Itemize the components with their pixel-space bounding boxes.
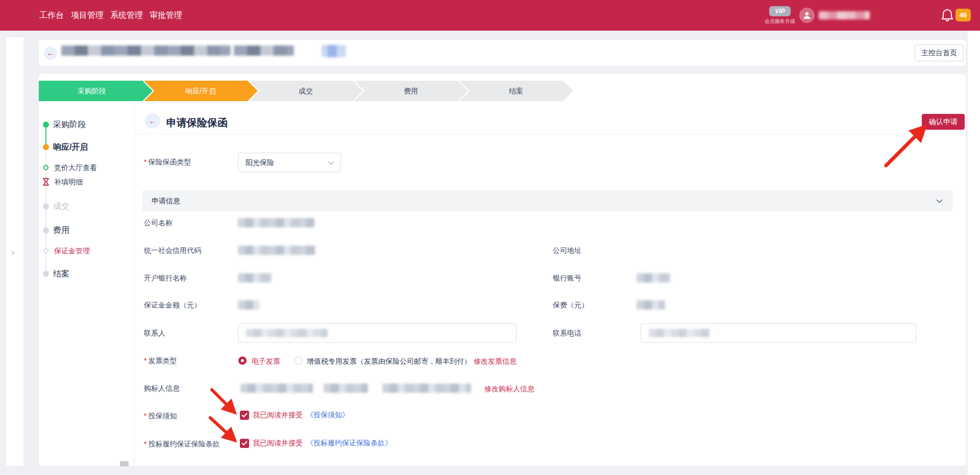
scrollbar-gutter[interactable] bbox=[968, 31, 980, 475]
project-title-redacted bbox=[61, 45, 231, 56]
main-card: 采购阶段 响应/开启 成交 费用 结案 采购阶段 响应/开启 竞价大厅查看 补填… bbox=[39, 74, 966, 466]
section-application-info[interactable]: 申请信息 bbox=[142, 190, 953, 211]
deposit-amount-value-redacted bbox=[238, 300, 259, 310]
sidebar-item-fee[interactable]: 费用 bbox=[53, 225, 69, 236]
notice-checkbox[interactable] bbox=[240, 411, 249, 420]
notice-doc-link[interactable]: 《投保须知》 bbox=[306, 411, 349, 420]
field-label-credit-code: 统一社会信用代码 bbox=[144, 246, 201, 255]
nav-item-system-mgmt[interactable]: 系统管理 bbox=[110, 0, 143, 31]
confirm-apply-button[interactable]: 确认申请 bbox=[922, 114, 965, 130]
field-label-invoice-type: 发票类型 bbox=[144, 357, 177, 366]
dot-gray-icon bbox=[43, 203, 49, 209]
page-title: 申请保险保函 bbox=[166, 116, 228, 130]
ring-gray-icon bbox=[43, 248, 48, 253]
step-close[interactable]: 结案 bbox=[459, 81, 575, 101]
chevron-down-icon bbox=[328, 161, 334, 165]
buyer-info-value-redacted bbox=[240, 384, 313, 393]
person-icon bbox=[802, 11, 812, 20]
back-button[interactable]: ← bbox=[44, 46, 57, 60]
vip-icon: VIP bbox=[769, 6, 791, 16]
sidebar-item-procurement[interactable]: 采购阶段 bbox=[53, 120, 86, 130]
ring-green-icon bbox=[43, 165, 48, 170]
dot-orange-icon bbox=[43, 144, 49, 150]
dot-gray-icon bbox=[43, 227, 49, 233]
radio-electronic-invoice[interactable] bbox=[238, 357, 247, 365]
field-label-contact-phone: 联系电话 bbox=[553, 329, 581, 338]
buyer-info-value-redacted bbox=[382, 384, 471, 393]
field-label-notice: 投保须知 bbox=[144, 412, 177, 421]
project-header-bar: ← 主控台首页 bbox=[39, 40, 966, 66]
dot-gray-icon bbox=[43, 271, 49, 277]
step-response-open[interactable]: 响应/开启 bbox=[144, 81, 259, 101]
sidebar-item-deposit-mgmt[interactable]: 保证金管理 bbox=[54, 247, 90, 256]
edit-invoice-info-link[interactable]: 修改发票信息 bbox=[474, 357, 517, 366]
sidebar-item-deal[interactable]: 成交 bbox=[53, 201, 69, 212]
accept-text: 我已阅读并接受 bbox=[253, 411, 303, 420]
field-label-company-address: 公司地址 bbox=[553, 246, 581, 255]
username-redacted bbox=[819, 11, 870, 19]
credit-code-value-redacted bbox=[238, 246, 315, 255]
field-label-bank-name: 开户银行名称 bbox=[144, 274, 187, 283]
field-label-bank-account: 银行账号 bbox=[553, 274, 581, 283]
contact-phone-value-redacted bbox=[649, 329, 710, 337]
check-icon bbox=[241, 413, 248, 418]
edit-buyer-info-link[interactable]: 修改购标人信息 bbox=[484, 385, 534, 394]
top-navbar: 工作台 项目管理 系统管理 审批管理 VIP 会员服务升级 46 bbox=[0, 0, 980, 31]
nav-item-workbench[interactable]: 工作台 bbox=[39, 0, 64, 31]
bank-name-value-redacted bbox=[238, 273, 272, 282]
notification-count-badge[interactable]: 46 bbox=[955, 9, 971, 21]
field-label-buyer-info: 购标人信息 bbox=[144, 384, 180, 393]
step-fee[interactable]: 费用 bbox=[354, 81, 470, 101]
clause-doc-link[interactable]: 《投标履约保证保险条款》 bbox=[306, 439, 392, 448]
nav-item-project-mgmt[interactable]: 项目管理 bbox=[71, 0, 104, 31]
collapse-chevron-icon[interactable] bbox=[936, 199, 943, 203]
contact-phone-input[interactable] bbox=[641, 323, 916, 343]
expand-panel-chevron-icon[interactable]: › bbox=[12, 248, 14, 257]
sidebar-item-bidding-hall[interactable]: 竞价大厅查看 bbox=[54, 163, 97, 173]
vip-upgrade[interactable]: VIP 会员服务升级 bbox=[764, 6, 796, 25]
contact-value-redacted bbox=[246, 329, 328, 337]
sidebar-item-response-open[interactable]: 响应/开启 bbox=[53, 142, 88, 153]
check-icon bbox=[241, 441, 248, 446]
step-procurement[interactable]: 采购阶段 bbox=[39, 81, 154, 101]
contact-input[interactable] bbox=[238, 323, 517, 343]
user-avatar[interactable] bbox=[799, 8, 815, 23]
vip-caption: 会员服务升级 bbox=[764, 18, 796, 25]
radio-vat-invoice[interactable] bbox=[295, 357, 303, 365]
step-deal[interactable]: 成交 bbox=[249, 81, 364, 101]
sidebar-divider bbox=[134, 105, 135, 466]
company-name-value-redacted bbox=[238, 218, 314, 227]
nav-item-approval-mgmt[interactable]: 审批管理 bbox=[150, 0, 182, 31]
section-title: 申请信息 bbox=[152, 197, 180, 205]
field-label-company-name: 公司名称 bbox=[144, 219, 173, 228]
notification-bell-icon[interactable] bbox=[941, 9, 953, 22]
arrow-left-icon: ← bbox=[149, 117, 156, 125]
form-back-button[interactable]: ← bbox=[145, 113, 160, 129]
field-label-premium: 保费（元） bbox=[553, 301, 589, 310]
sidebar-item-close[interactable]: 结案 bbox=[53, 269, 69, 279]
field-label-deposit-amount: 保证金金额（元） bbox=[144, 301, 201, 310]
sidebar-item-fill-details[interactable]: 补填明细 bbox=[54, 178, 83, 187]
accept-text: 我已阅读并接受 bbox=[253, 439, 303, 448]
status-badge-redacted bbox=[322, 45, 346, 57]
arrow-left-icon: ← bbox=[47, 49, 54, 57]
console-home-button[interactable]: 主控台首页 bbox=[915, 44, 964, 61]
field-label-guarantee-type: 保险保函类型 bbox=[144, 158, 191, 167]
field-label-clause: 投标履约保证保险条款 bbox=[144, 440, 219, 449]
field-label-contact: 联系人 bbox=[144, 329, 165, 338]
collapsed-panel: › bbox=[6, 37, 23, 466]
guarantee-type-select[interactable]: 阳光保险 bbox=[238, 153, 341, 172]
select-value: 阳光保险 bbox=[246, 158, 274, 167]
clause-checkbox[interactable] bbox=[240, 439, 249, 448]
hourglass-red-icon bbox=[42, 178, 50, 186]
title-divider bbox=[134, 134, 966, 134]
radio-label-vat-invoice[interactable]: 增值税专用发票（发票由保险公司邮寄，顺丰到付） bbox=[307, 357, 471, 366]
bank-account-value-redacted bbox=[636, 273, 670, 282]
timeline-connector-green bbox=[45, 128, 46, 144]
dot-green-icon bbox=[43, 122, 49, 128]
premium-value-redacted bbox=[636, 300, 665, 310]
radio-label-electronic-invoice[interactable]: 电子发票 bbox=[252, 357, 280, 366]
buyer-info-value-redacted bbox=[324, 384, 368, 393]
project-title-redacted bbox=[234, 45, 294, 56]
horizontal-scrollbar-thumb[interactable] bbox=[120, 461, 129, 466]
